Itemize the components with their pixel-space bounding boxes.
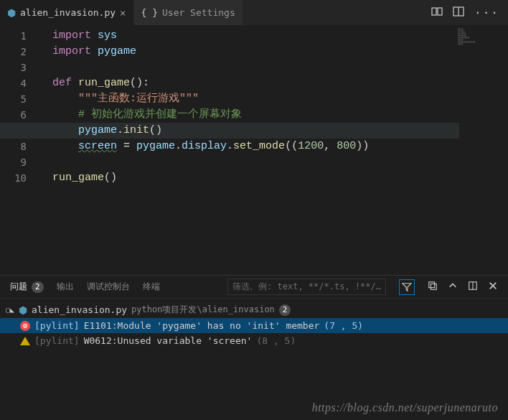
panel-tab-problems[interactable]: 问题 2: [10, 281, 44, 293]
minimap[interactable]: ███ █████ ██████ ██████ ██████████ █████…: [458, 28, 501, 57]
tab-label: alien_invasion.py: [20, 7, 116, 18]
more-icon[interactable]: ···: [474, 6, 499, 19]
panel-tab-terminal[interactable]: 终端: [143, 281, 160, 293]
editor-tabs-bar: ⬢ alien_invasion.py × { } User Settings …: [0, 0, 508, 25]
panel-tab-output[interactable]: 输出: [57, 281, 74, 293]
editor-title-actions: ···: [423, 0, 508, 25]
filter-placeholder: 筛选。例: text, **/*.ts, !**/…: [232, 281, 381, 293]
filter-settings-button[interactable]: [399, 279, 415, 295]
problem-source: [pylint]: [34, 320, 80, 331]
problems-count-badge: 2: [32, 281, 44, 293]
problem-message: W0612:Unused variable 'screen': [84, 335, 253, 346]
python-icon: ⬢: [7, 7, 16, 19]
python-icon: ⬢: [19, 304, 27, 316]
problem-location: (8 , 5): [256, 335, 296, 346]
svg-rect-0: [432, 8, 436, 15]
file-path: python项目开发\alien_invasion: [131, 304, 275, 316]
warning-icon: [20, 337, 30, 345]
file-name: alien_invasion.py: [32, 304, 127, 315]
svg-rect-6: [431, 284, 436, 289]
tab-label: User Settings: [162, 7, 235, 18]
split-editor-icon[interactable]: [453, 6, 464, 19]
panel-actions: [428, 281, 498, 293]
problem-row[interactable]: ⊘[pylint] E1101:Module 'pygame' has no '…: [0, 318, 508, 333]
problems-file-row[interactable]: ▢◣ ⬢ alien_invasion.py python项目开发\alien_…: [0, 302, 508, 318]
close-icon[interactable]: ×: [120, 7, 126, 19]
panel-tab-label: 问题: [10, 281, 27, 293]
problem-row[interactable]: [pylint] W0612:Unused variable 'screen' …: [0, 333, 508, 348]
chevron-down-icon[interactable]: ▢◣: [6, 306, 14, 314]
chevron-up-icon[interactable]: [448, 281, 458, 293]
error-icon: ⊘: [20, 321, 30, 331]
code-editor[interactable]: 12345678910 import sysimport pygamedef r…: [0, 25, 508, 275]
problem-message: E1101:Module 'pygame' has no 'init' memb…: [84, 320, 320, 331]
problems-filter-input[interactable]: 筛选。例: text, **/*.ts, !**/…: [227, 279, 386, 295]
close-panel-icon[interactable]: [488, 281, 498, 293]
problem-location: (7 , 5): [324, 320, 363, 331]
problem-source: [pylint]: [34, 335, 80, 346]
panel-tab-debug[interactable]: 调试控制台: [87, 281, 130, 293]
tab-user-settings[interactable]: { } User Settings: [134, 0, 243, 25]
bottom-panel: 问题 2 输出 调试控制台 终端 筛选。例: text, **/*.ts, !*…: [0, 275, 508, 420]
code-content[interactable]: import sysimport pygamedef run_game(): "…: [39, 25, 508, 275]
watermark-text: https://blog.csdn.net/superjunenaruto: [312, 401, 498, 414]
compare-icon[interactable]: [431, 6, 443, 19]
svg-rect-5: [429, 282, 435, 288]
file-problem-count: 2: [279, 304, 291, 316]
braces-icon: { }: [141, 7, 158, 18]
line-number-gutter: 12345678910: [0, 25, 39, 275]
svg-rect-1: [438, 8, 442, 15]
maximize-panel-icon[interactable]: [468, 281, 478, 293]
panel-tabs: 问题 2 输出 调试控制台 终端 筛选。例: text, **/*.ts, !*…: [0, 276, 508, 299]
collapse-all-icon[interactable]: [428, 281, 438, 293]
svg-marker-4: [403, 283, 411, 291]
tab-alien-invasion[interactable]: ⬢ alien_invasion.py ×: [0, 0, 134, 25]
